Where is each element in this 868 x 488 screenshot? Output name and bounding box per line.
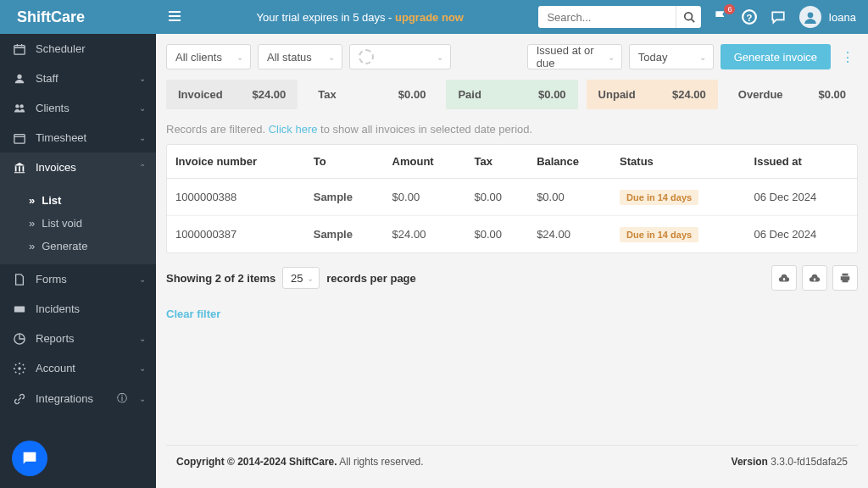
- support-chat-button[interactable]: [12, 441, 47, 476]
- table-row[interactable]: 1000000387 Sample $24.00 $0.00 $24.00 Du…: [167, 216, 857, 253]
- chevron-down-icon: ⌄: [139, 103, 146, 113]
- svg-point-2: [15, 104, 19, 108]
- more-actions-button[interactable]: ⋮: [837, 44, 858, 69]
- clear-filter-link[interactable]: Clear filter: [166, 308, 858, 320]
- summary-unpaid: Unpaid$24.00: [587, 80, 718, 109]
- user-menu[interactable]: Ioana: [799, 6, 856, 28]
- chevron-down-icon: ⌄: [139, 363, 146, 373]
- alert-icon: [14, 303, 25, 315]
- sidebar-label: Scheduler: [36, 42, 86, 55]
- sidebar-label: Forms: [36, 273, 67, 286]
- filter-clients[interactable]: All clients⌄: [166, 44, 251, 69]
- filter-issued[interactable]: Issued at or due⌄: [527, 44, 622, 69]
- col-issued[interactable]: Issued at: [746, 145, 857, 179]
- chevron-down-icon: ⌄: [608, 53, 615, 62]
- summary-invoiced: Invoiced$24.00: [166, 80, 298, 109]
- col-status[interactable]: Status: [611, 145, 745, 179]
- download-cloud-button[interactable]: [771, 265, 797, 291]
- summary-tax: Tax$0.00: [306, 80, 437, 109]
- upgrade-link[interactable]: upgrade now: [395, 11, 464, 24]
- col-invoice-number[interactable]: Invoice number: [167, 145, 305, 179]
- col-to[interactable]: To: [305, 145, 384, 179]
- chart-icon: [14, 333, 25, 345]
- avatar: [799, 6, 821, 28]
- svg-point-11: [808, 12, 814, 18]
- sidebar-item-invoices[interactable]: Invoices ⌃: [0, 152, 156, 182]
- filter-extra[interactable]: ⌄: [349, 44, 451, 69]
- page-size-select[interactable]: 25⌄: [282, 267, 320, 289]
- sidebar-item-scheduler[interactable]: Scheduler: [0, 34, 156, 64]
- svg-rect-4: [14, 134, 25, 143]
- cloud-download-icon: [778, 272, 790, 284]
- sidebar-sub-generate[interactable]: » Generate: [29, 235, 156, 258]
- users-icon: [14, 103, 25, 114]
- chevron-down-icon: ⌄: [139, 394, 146, 403]
- upload-cloud-button[interactable]: [802, 265, 827, 291]
- bank-icon: [14, 162, 25, 174]
- generate-invoice-button[interactable]: Generate invoice: [721, 44, 831, 69]
- svg-rect-0: [14, 45, 25, 54]
- chevron-down-icon: ⌄: [437, 53, 443, 62]
- cell-tax: $0.00: [465, 216, 528, 253]
- sidebar-sub-list-void[interactable]: » List void: [29, 212, 156, 235]
- sidebar-item-timesheet[interactable]: Timesheet ⌄: [0, 123, 156, 152]
- sidebar-sub-list[interactable]: » List: [29, 189, 156, 212]
- sidebar-sub-label: List void: [42, 217, 82, 230]
- cell-tax: $0.00: [465, 179, 528, 216]
- sidebar-item-forms[interactable]: Forms ⌄: [0, 264, 156, 294]
- user-icon: [14, 73, 25, 85]
- sidebar-item-clients[interactable]: Clients ⌄: [0, 93, 156, 123]
- notifications-button[interactable]: 6: [713, 9, 728, 25]
- help-button[interactable]: ?: [742, 9, 757, 25]
- link-icon: [14, 393, 25, 405]
- sidebar-sub-label: List: [42, 194, 61, 207]
- hamburger-icon[interactable]: [168, 9, 181, 25]
- chevron-down-icon: ⌄: [699, 53, 706, 62]
- sidebar-item-staff[interactable]: Staff ⌄: [0, 64, 156, 93]
- table-row[interactable]: 1000000388 Sample $0.00 $0.00 $0.00 Due …: [167, 179, 857, 216]
- double-chevron-icon: »: [29, 194, 35, 207]
- search-button[interactable]: [676, 6, 701, 28]
- chevron-down-icon: ⌄: [139, 274, 146, 284]
- svg-point-8: [685, 13, 693, 20]
- help-icon: ?: [742, 9, 757, 25]
- brand-logo: ShiftCare: [0, 0, 156, 34]
- cell-invoice: 1000000387: [167, 216, 305, 253]
- filter-note: Records are filtered. Click here to show…: [166, 123, 858, 136]
- calendar-icon: [14, 132, 25, 144]
- sidebar-label: Integrations: [36, 392, 93, 405]
- col-tax[interactable]: Tax: [465, 145, 528, 179]
- cell-amount: $0.00: [384, 179, 466, 216]
- sidebar-item-reports[interactable]: Reports ⌄: [0, 324, 156, 353]
- chevron-down-icon: ⌄: [139, 74, 146, 83]
- sidebar-item-incidents[interactable]: Incidents: [0, 294, 156, 324]
- filter-range[interactable]: Today⌄: [629, 44, 714, 69]
- double-chevron-icon: »: [29, 240, 35, 252]
- sidebar-label: Account: [36, 362, 75, 374]
- svg-rect-5: [14, 306, 25, 312]
- col-amount[interactable]: Amount: [384, 145, 466, 179]
- chat-icon: [20, 449, 39, 468]
- show-all-link[interactable]: Click here: [269, 123, 318, 136]
- messages-button[interactable]: [771, 9, 786, 25]
- chevron-up-icon: ⌃: [139, 163, 146, 172]
- cell-to: Sample: [305, 179, 384, 216]
- chat-icon: [771, 9, 786, 25]
- print-icon: [839, 272, 851, 284]
- cell-balance: $0.00: [528, 179, 611, 216]
- sidebar-item-account[interactable]: Account ⌄: [0, 353, 156, 383]
- print-button[interactable]: [832, 265, 858, 291]
- cloud-upload-icon: [809, 272, 821, 284]
- notification-count: 6: [724, 4, 735, 14]
- chevron-down-icon: ⌄: [139, 133, 146, 142]
- search-input[interactable]: [538, 6, 676, 28]
- file-icon: [14, 274, 25, 286]
- filter-status[interactable]: All status⌄: [258, 44, 342, 69]
- sidebar-item-integrations[interactable]: Integrations ⓘ ⌄: [0, 383, 156, 414]
- gear-icon: [14, 363, 25, 374]
- svg-text:?: ?: [747, 13, 753, 23]
- cell-balance: $24.00: [528, 216, 611, 253]
- cell-invoice: 1000000388: [167, 179, 305, 216]
- placeholder-icon: [359, 49, 374, 64]
- col-balance[interactable]: Balance: [528, 145, 611, 179]
